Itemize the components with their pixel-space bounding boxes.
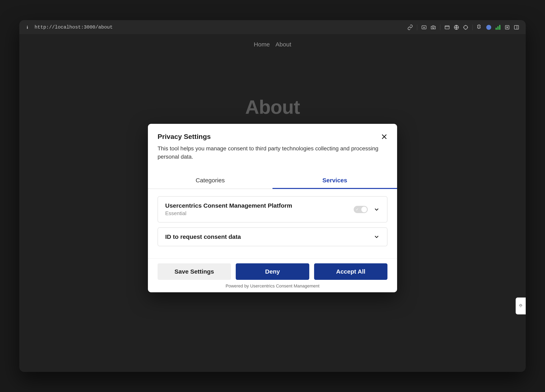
service-name: ID to request consent data [165,233,241,240]
modal-tabs: Categories Services [148,172,397,189]
service-info: Usercentrics Consent Management Platform… [165,202,292,217]
services-list: Usercentrics Consent Management Platform… [148,189,397,258]
service-controls [373,234,380,240]
tab-categories[interactable]: Categories [148,172,272,189]
tab-services[interactable]: Services [272,172,397,189]
deny-button[interactable]: Deny [236,263,309,280]
service-card[interactable]: Usercentrics Consent Management Platform… [158,196,387,223]
powered-by-prefix: Powered by [225,283,250,288]
check-icon: ✓ [356,207,359,212]
modal-overlay: Privacy Settings This tool helps you man… [19,20,526,372]
service-toggle[interactable]: ✓ [354,206,368,213]
chevron-down-icon [373,234,380,240]
powered-by: Powered by Usercentrics Consent Manageme… [158,283,387,289]
modal-footer: Save Settings Deny Accept All Powered by… [148,258,397,292]
service-controls: ✓ [354,206,380,213]
browser-window: i http://localhost:3000/about [19,20,526,372]
service-info: ID to request consent data [165,233,241,240]
close-icon [381,133,388,140]
chevron-down-icon [373,206,380,213]
service-category: Essential [165,210,292,217]
service-name: Usercentrics Consent Management Platform [165,202,292,209]
fingerprint-icon [518,303,523,309]
button-row: Save Settings Deny Accept All [158,263,387,280]
modal-description: This tool helps you manage consent to th… [158,144,387,161]
modal-title: Privacy Settings [158,133,387,141]
service-card[interactable]: ID to request consent data [158,227,387,246]
close-button[interactable] [380,132,389,141]
save-settings-button[interactable]: Save Settings [158,263,231,280]
powered-by-link[interactable]: Usercentrics Consent Management [250,283,320,288]
accept-all-button[interactable]: Accept All [314,263,387,280]
toggle-knob [361,207,367,212]
privacy-settings-modal: Privacy Settings This tool helps you man… [148,124,397,292]
modal-header: Privacy Settings This tool helps you man… [148,124,397,167]
side-tab-button[interactable] [516,298,526,314]
